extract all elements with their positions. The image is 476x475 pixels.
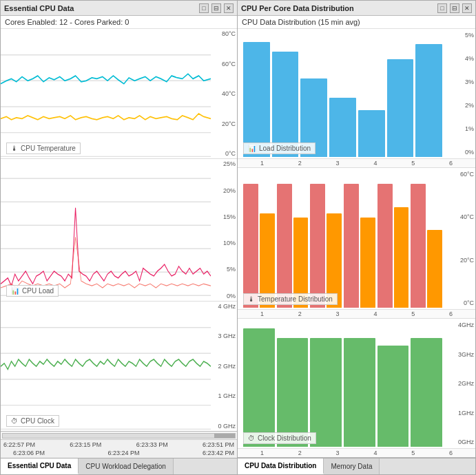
temp-bar-6a <box>411 184 426 308</box>
left-titlebar-controls: □ ⊟ ✕ <box>199 3 234 13</box>
right-panel: CPU Per Core Data Distribution □ ⊟ ✕ CPU… <box>238 0 476 475</box>
left-bottom: 6:22:57 PM 6:23:15 PM 6:23:33 PM 6:23:51… <box>1 431 237 474</box>
temp-bar-group-4 <box>344 173 375 308</box>
clock-bar-2 <box>277 338 309 447</box>
clock-dist-label: ⏱ Clock Distribution <box>243 432 316 444</box>
left-charts-area: 80°C 60°C 40°C 20°C 0°C 🌡 CPU Temperatur… <box>1 29 237 431</box>
therm-icon-temp: 🌡 <box>248 295 255 303</box>
load-bar-2 <box>272 52 299 157</box>
load-bar-6 <box>387 59 414 157</box>
cpu-load-inner: 25% 20% 15% 10% 5% 0% 📊 CPU Load <box>1 159 237 300</box>
cpu-clock-y-axis: 4 GHz 3 GHz 2 GHz 1 GHz 0 GHz <box>211 302 237 431</box>
load-bar-group-5 <box>358 34 385 157</box>
right-minimize-btn[interactable]: □ <box>437 3 447 13</box>
temp-bar-group-3 <box>310 173 342 308</box>
clock-bar-4 <box>344 338 375 447</box>
temp-bar-5b <box>394 207 409 308</box>
load-bar-5 <box>358 110 385 156</box>
clock-icon-dist: ⏱ <box>248 434 255 442</box>
temp-bar-4a <box>344 184 359 308</box>
clock-dist-inner: 4GHz 3GHz 2GHz 1GHz 0GHz ⏱ Clock Distrib… <box>238 319 475 448</box>
left-scrollbar[interactable] <box>1 432 237 440</box>
temp-x-labels: 1 2 3 4 5 6 <box>238 309 475 318</box>
temp-dist-label: 🌡 Temperature Distribution <box>243 293 338 305</box>
cpu-temp-y-axis: 80°C 60°C 40°C 20°C 0°C <box>211 29 237 158</box>
temp-bar-1a <box>243 184 258 308</box>
left-panel-title: Essential CPU Data <box>4 4 74 12</box>
tab-memory-data[interactable]: Memory Data <box>324 458 380 474</box>
load-bar-group <box>243 34 270 157</box>
clock-bar-5 <box>377 346 409 447</box>
temp-bar-group-2 <box>277 173 309 308</box>
timestamps-bottom: 6:23:06 PM 6:23:24 PM 6:23:42 PM <box>1 450 237 458</box>
temp-bar-group-5 <box>377 173 409 308</box>
cpu-temp-inner: 80°C 60°C 40°C 20°C 0°C 🌡 CPU Temperatur… <box>1 29 237 158</box>
cpu-temp-chart: 80°C 60°C 40°C 20°C 0°C 🌡 CPU Temperatur… <box>1 29 237 159</box>
temp-dist-bars <box>238 168 448 310</box>
cpu-load-content <box>1 159 211 300</box>
pin-btn[interactable]: ⊟ <box>211 3 221 13</box>
thermometer-icon: 🌡 <box>11 145 18 152</box>
clock-bar-group-3 <box>310 324 342 447</box>
right-subtitle: CPU Data Distribution (15 min avg) <box>238 16 475 29</box>
temp-bar-group-1 <box>243 173 275 308</box>
load-x-labels: 1 2 3 4 5 6 <box>238 158 475 167</box>
cpu-clock-chart: 4 GHz 3 GHz 2 GHz 1 GHz 0 GHz ⏱ CPU Cloc… <box>1 302 237 431</box>
bar-chart-icon: 📊 <box>11 287 19 295</box>
clock-bar-6 <box>411 338 442 447</box>
temp-dist-chart: 60°C 40°C 20°C 0°C 🌡 Temperature Distrib… <box>238 168 475 319</box>
right-titlebar-controls: □ ⊟ ✕ <box>437 3 472 13</box>
tab-essential-cpu[interactable]: Essential CPU Data <box>1 458 79 474</box>
load-bar-7 <box>415 44 442 156</box>
right-bottom: CPU Data Distribution Memory Data <box>238 457 475 474</box>
load-dist-label: 📊 Load Distribution <box>243 142 315 154</box>
load-bar-group-7 <box>415 34 442 157</box>
load-bar-1 <box>243 42 270 157</box>
right-titlebar: CPU Per Core Data Distribution □ ⊟ ✕ <box>238 1 475 16</box>
right-charts-area: 5% 4% 3% 2% 1% 0% 📊 Load Distribution 1 … <box>238 29 475 457</box>
load-bar-4 <box>329 98 356 156</box>
tab-cpu-data-dist[interactable]: CPU Data Distribution <box>238 458 324 474</box>
close-btn[interactable]: ✕ <box>224 3 234 13</box>
scrollbar-track[interactable] <box>2 433 236 439</box>
load-bar-group-3 <box>300 34 327 157</box>
temp-bar-4b <box>360 218 375 308</box>
minimize-btn[interactable]: □ <box>199 3 209 13</box>
clock-bar-group-5 <box>377 324 409 447</box>
cpu-clock-inner: 4 GHz 3 GHz 2 GHz 1 GHz 0 GHz ⏱ CPU Cloc… <box>1 302 237 431</box>
clock-bar-group-4 <box>344 324 375 447</box>
left-panel: Essential CPU Data □ ⊟ ✕ Cores Enabled: … <box>0 0 238 475</box>
timestamps-top: 6:22:57 PM 6:23:15 PM 6:23:33 PM 6:23:51… <box>1 440 237 450</box>
clock-bar-1 <box>243 328 275 447</box>
temp-bar-3a <box>310 184 325 308</box>
temp-bar-6b <box>427 230 442 308</box>
right-close-btn[interactable]: ✕ <box>462 3 472 13</box>
cpu-temp-label: 🌡 CPU Temperature <box>6 142 81 154</box>
clock-dist-chart: 4GHz 3GHz 2GHz 1GHz 0GHz ⏱ Clock Distrib… <box>238 319 475 457</box>
scrollbar-thumb[interactable] <box>214 434 235 438</box>
clock-dist-bars <box>238 319 448 448</box>
load-dist-chart: 5% 4% 3% 2% 1% 0% 📊 Load Distribution 1 … <box>238 29 475 168</box>
clock-bar-3 <box>310 338 342 447</box>
cpu-clock-content <box>1 302 211 431</box>
clock-bar-group-1 <box>243 324 275 447</box>
cpu-load-label: 📊 CPU Load <box>6 285 59 297</box>
temp-y-axis: 60°C 40°C 20°C 0°C <box>448 168 475 310</box>
right-panel-title: CPU Per Core Data Distribution <box>241 4 354 12</box>
cpu-clock-label: ⏱ CPU Clock <box>6 415 59 427</box>
left-tabs: Essential CPU Data CPU Workload Delegati… <box>1 458 237 474</box>
clock-bar-group-6 <box>411 324 442 447</box>
right-tabs: CPU Data Distribution Memory Data <box>238 458 475 474</box>
load-bar-group-4 <box>329 34 356 157</box>
cpu-load-y-axis: 25% 20% 15% 10% 5% 0% <box>211 159 237 300</box>
clock-x-labels: 1 2 3 4 5 6 <box>238 448 475 457</box>
right-pin-btn[interactable]: ⊟ <box>450 3 459 13</box>
cpu-temp-content <box>1 29 211 158</box>
load-bar-group-6 <box>387 34 414 157</box>
bar-icon-load: 📊 <box>248 145 256 152</box>
load-dist-bars <box>238 29 448 158</box>
tab-workload[interactable]: CPU Workload Delegation <box>79 458 174 474</box>
cpu-load-chart: 25% 20% 15% 10% 5% 0% 📊 CPU Load <box>1 159 237 301</box>
temp-dist-inner: 60°C 40°C 20°C 0°C 🌡 Temperature Distrib… <box>238 168 475 310</box>
left-subtitle: Cores Enabled: 12 - Cores Parked: 0 <box>1 16 237 29</box>
